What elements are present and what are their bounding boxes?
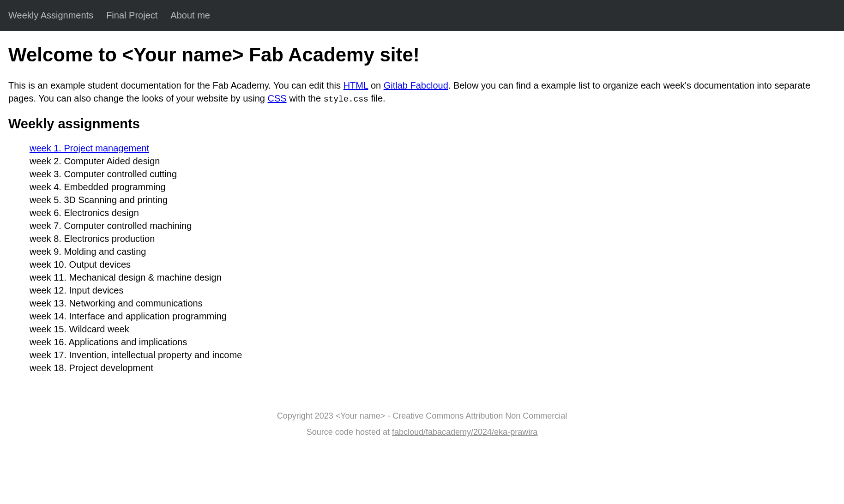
week-link-1[interactable]: week 1. Project management: [30, 143, 149, 153]
list-item: week 7. Computer controlled machining: [30, 219, 836, 232]
footer-source: Source code hosted at fabcloud/fabacadem…: [8, 427, 836, 437]
list-item: week 14. Interface and application progr…: [30, 310, 836, 323]
main-content: Welcome to <Your name> Fab Academy site!…: [0, 31, 844, 453]
list-item: week 5. 3D Scanning and printing: [30, 193, 836, 206]
nav-weekly-assignments[interactable]: Weekly Assignments: [8, 10, 93, 21]
nav-about-me[interactable]: About me: [170, 10, 210, 21]
list-item: week 9. Molding and casting: [30, 245, 836, 258]
intro-text-4: with the: [287, 93, 324, 103]
intro-text-5: file.: [368, 93, 386, 103]
style-css-code: style.css: [324, 95, 368, 104]
list-item: week 6. Electronics design: [30, 206, 836, 219]
list-item: week 16. Applications and implications: [30, 336, 836, 348]
nav-final-project[interactable]: Final Project: [106, 10, 157, 21]
list-item: week 13. Networking and communications: [30, 297, 836, 310]
list-item: week 15. Wildcard week: [30, 323, 836, 336]
list-item: week 1. Project management: [30, 142, 836, 155]
list-item: week 12. Input devices: [30, 284, 836, 297]
page-title: Welcome to <Your name> Fab Academy site!: [8, 44, 836, 66]
list-item: week 2. Computer Aided design: [30, 155, 836, 168]
intro-text-1: This is an example student documentation…: [8, 80, 344, 90]
list-item: week 4. Embedded programming: [30, 180, 836, 193]
footer-source-link[interactable]: fabcloud/fabacademy/2024/eka-prawira: [392, 427, 537, 437]
list-item: week 3. Computer controlled cutting: [30, 168, 836, 180]
top-nav: Weekly Assignments Final Project About m…: [0, 0, 844, 31]
list-item: week 10. Output devices: [30, 258, 836, 271]
gitlab-fabcloud-link[interactable]: Gitlab Fabcloud: [384, 80, 448, 90]
list-item: week 18. Project development: [30, 361, 836, 374]
list-item: week 8. Electronics production: [30, 232, 836, 245]
css-link[interactable]: CSS: [268, 93, 287, 103]
weeks-list: week 1. Project managementweek 2. Comput…: [8, 142, 836, 374]
intro-paragraph: This is an example student documentation…: [8, 79, 836, 105]
weekly-assignments-heading: Weekly assignments: [8, 116, 836, 132]
footer: Copyright 2023 <Your name> - Creative Co…: [8, 374, 836, 453]
footer-copyright: Copyright 2023 <Your name> - Creative Co…: [8, 411, 836, 421]
list-item: week 11. Mechanical design & machine des…: [30, 271, 836, 284]
footer-source-prefix: Source code hosted at: [307, 427, 392, 437]
intro-text-2: on: [368, 80, 383, 90]
html-link[interactable]: HTML: [344, 80, 368, 90]
list-item: week 17. Invention, intellectual propert…: [30, 348, 836, 361]
